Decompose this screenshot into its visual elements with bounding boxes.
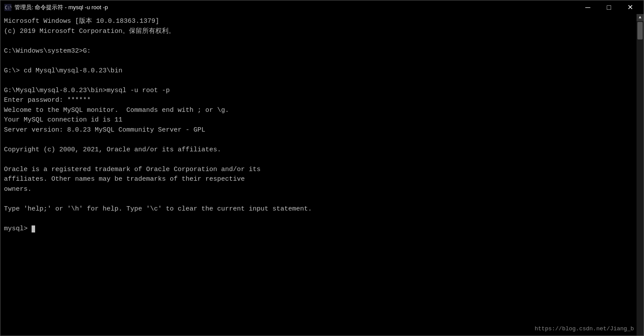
terminal-line	[4, 56, 640, 66]
terminal-line	[4, 135, 640, 145]
terminal-line: Type 'help;' or '\h' for help. Type '\c'…	[4, 204, 640, 214]
terminal-line: Your MySQL connection id is 11	[4, 115, 640, 125]
terminal-cursor	[32, 225, 35, 232]
svg-text:C:\: C:\	[5, 5, 11, 10]
window-controls: ─ □ ✕	[578, 0, 640, 14]
cmd-window: C:\ 管理员: 命令提示符 - mysql -u root -p ─ □ ✕ …	[0, 0, 644, 336]
terminal-line: G:\> cd Mysql\mysql-8.0.23\bin	[4, 66, 640, 76]
terminal-line: affiliates. Other names may be trademark…	[4, 175, 640, 185]
minimize-button[interactable]: ─	[578, 0, 598, 14]
terminal-line: Enter password: ******	[4, 96, 640, 106]
close-button[interactable]: ✕	[620, 0, 640, 14]
terminal-line	[4, 155, 640, 165]
terminal-line: Oracle is a registered trademark of Orac…	[4, 165, 640, 175]
terminal-line: Welcome to the MySQL monitor. Commands e…	[4, 106, 640, 116]
terminal-line: owners.	[4, 185, 640, 195]
terminal-line: (c) 2019 Microsoft Corporation。保留所有权利。	[4, 27, 640, 37]
terminal-line: G:\Mysql\mysql-8.0.23\bin>mysql -u root …	[4, 86, 640, 96]
terminal-line: Copyright (c) 2000, 2021, Oracle and/or …	[4, 145, 640, 155]
title-bar: C:\ 管理员: 命令提示符 - mysql -u root -p ─ □ ✕	[0, 0, 644, 14]
terminal-line	[4, 36, 640, 46]
terminal-line: Microsoft Windows [版本 10.0.18363.1379]	[4, 17, 640, 27]
terminal-line	[4, 194, 640, 204]
scroll-up-arrow[interactable]: ▲	[637, 14, 644, 21]
watermark: https://blog.csdn.net/Jiang_b	[535, 325, 634, 333]
cmd-icon: C:\	[4, 4, 12, 11]
terminal-line: C:\Windows\system32>G:	[4, 46, 640, 57]
terminal-line	[4, 214, 640, 224]
maximize-button[interactable]: □	[599, 0, 619, 14]
terminal-line: Server version: 8.0.23 MySQL Community S…	[4, 125, 640, 136]
scrollbar-thumb[interactable]	[637, 22, 643, 39]
window-title: 管理员: 命令提示符 - mysql -u root -p	[14, 4, 578, 11]
terminal-line	[4, 76, 640, 86]
terminal-output: Microsoft Windows [版本 10.0.18363.1379](c…	[4, 17, 640, 234]
terminal-body[interactable]: Microsoft Windows [版本 10.0.18363.1379](c…	[0, 14, 644, 336]
terminal-line: mysql>	[4, 224, 640, 234]
scrollbar[interactable]: ▲	[637, 14, 644, 336]
